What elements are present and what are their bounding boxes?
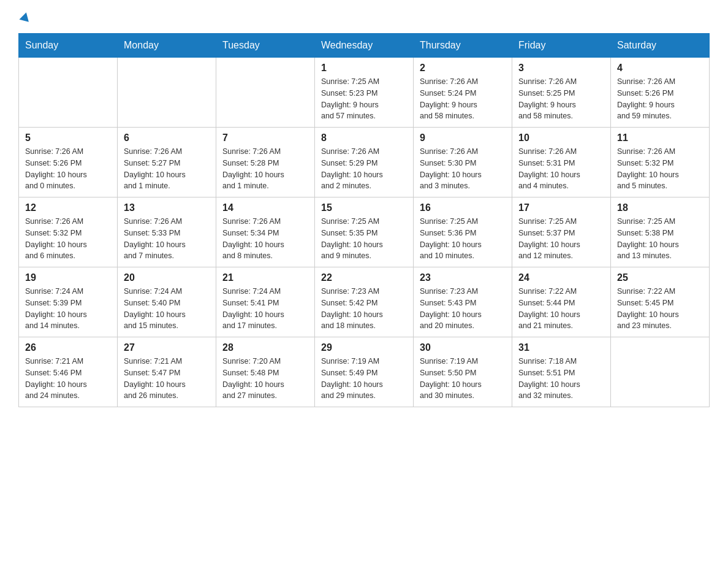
day-number: 7 bbox=[222, 132, 308, 144]
day-info: Sunrise: 7:26 AM Sunset: 5:28 PM Dayligh… bbox=[222, 146, 308, 192]
calendar-cell: 27Sunrise: 7:21 AM Sunset: 5:47 PM Dayli… bbox=[118, 337, 216, 407]
day-number: 18 bbox=[617, 202, 703, 213]
calendar-cell: 14Sunrise: 7:26 AM Sunset: 5:34 PM Dayli… bbox=[216, 197, 315, 267]
day-number: 14 bbox=[222, 202, 308, 213]
day-info: Sunrise: 7:19 AM Sunset: 5:49 PM Dayligh… bbox=[321, 356, 407, 402]
calendar-cell: 18Sunrise: 7:25 AM Sunset: 5:38 PM Dayli… bbox=[611, 197, 710, 267]
day-info: Sunrise: 7:24 AM Sunset: 5:40 PM Dayligh… bbox=[124, 286, 210, 332]
day-of-week-header: Friday bbox=[512, 34, 611, 58]
day-info: Sunrise: 7:18 AM Sunset: 5:51 PM Dayligh… bbox=[518, 356, 604, 402]
calendar-week-row: 26Sunrise: 7:21 AM Sunset: 5:46 PM Dayli… bbox=[19, 337, 710, 407]
calendar-cell: 7Sunrise: 7:26 AM Sunset: 5:28 PM Daylig… bbox=[216, 128, 315, 197]
calendar-cell: 8Sunrise: 7:26 AM Sunset: 5:29 PM Daylig… bbox=[315, 128, 414, 197]
day-number: 25 bbox=[617, 272, 703, 283]
day-number: 20 bbox=[124, 272, 210, 283]
day-number: 28 bbox=[222, 342, 308, 353]
day-number: 16 bbox=[420, 202, 506, 213]
calendar-cell: 6Sunrise: 7:26 AM Sunset: 5:27 PM Daylig… bbox=[118, 128, 216, 197]
day-info: Sunrise: 7:26 AM Sunset: 5:30 PM Dayligh… bbox=[420, 146, 506, 192]
day-number: 29 bbox=[321, 342, 407, 353]
calendar-cell bbox=[19, 58, 118, 128]
calendar-cell bbox=[611, 337, 710, 407]
calendar-cell: 12Sunrise: 7:26 AM Sunset: 5:32 PM Dayli… bbox=[19, 197, 118, 267]
day-number: 17 bbox=[518, 202, 604, 213]
day-info: Sunrise: 7:23 AM Sunset: 5:43 PM Dayligh… bbox=[420, 286, 506, 332]
day-number: 12 bbox=[25, 202, 111, 213]
calendar-cell bbox=[216, 58, 315, 128]
day-info: Sunrise: 7:26 AM Sunset: 5:24 PM Dayligh… bbox=[420, 76, 506, 122]
calendar-cell: 22Sunrise: 7:23 AM Sunset: 5:42 PM Dayli… bbox=[315, 267, 414, 337]
calendar-week-row: 5Sunrise: 7:26 AM Sunset: 5:26 PM Daylig… bbox=[19, 128, 710, 197]
day-info: Sunrise: 7:21 AM Sunset: 5:46 PM Dayligh… bbox=[25, 356, 111, 402]
day-number: 6 bbox=[124, 132, 210, 144]
day-number: 15 bbox=[321, 202, 407, 213]
day-number: 13 bbox=[124, 202, 210, 213]
day-number: 26 bbox=[25, 342, 111, 353]
calendar-cell: 23Sunrise: 7:23 AM Sunset: 5:43 PM Dayli… bbox=[414, 267, 512, 337]
day-number: 30 bbox=[420, 342, 506, 353]
day-number: 10 bbox=[518, 132, 604, 144]
calendar-cell: 4Sunrise: 7:26 AM Sunset: 5:26 PM Daylig… bbox=[611, 58, 710, 128]
page-header bbox=[18, 12, 710, 21]
logo bbox=[18, 12, 30, 21]
day-info: Sunrise: 7:22 AM Sunset: 5:44 PM Dayligh… bbox=[518, 286, 604, 332]
day-info: Sunrise: 7:20 AM Sunset: 5:48 PM Dayligh… bbox=[222, 356, 308, 402]
day-of-week-header: Tuesday bbox=[216, 34, 315, 58]
day-info: Sunrise: 7:25 AM Sunset: 5:23 PM Dayligh… bbox=[321, 76, 407, 122]
day-info: Sunrise: 7:24 AM Sunset: 5:39 PM Dayligh… bbox=[25, 286, 111, 332]
calendar-cell: 3Sunrise: 7:26 AM Sunset: 5:25 PM Daylig… bbox=[512, 58, 611, 128]
calendar-cell: 25Sunrise: 7:22 AM Sunset: 5:45 PM Dayli… bbox=[611, 267, 710, 337]
day-number: 24 bbox=[518, 272, 604, 283]
calendar-cell: 15Sunrise: 7:25 AM Sunset: 5:35 PM Dayli… bbox=[315, 197, 414, 267]
calendar-cell: 1Sunrise: 7:25 AM Sunset: 5:23 PM Daylig… bbox=[315, 58, 414, 128]
day-of-week-header: Wednesday bbox=[315, 34, 414, 58]
day-number: 21 bbox=[222, 272, 308, 283]
calendar-cell: 16Sunrise: 7:25 AM Sunset: 5:36 PM Dayli… bbox=[414, 197, 512, 267]
day-number: 22 bbox=[321, 272, 407, 283]
calendar-week-row: 12Sunrise: 7:26 AM Sunset: 5:32 PM Dayli… bbox=[19, 197, 710, 267]
calendar-cell: 2Sunrise: 7:26 AM Sunset: 5:24 PM Daylig… bbox=[414, 58, 512, 128]
day-info: Sunrise: 7:26 AM Sunset: 5:33 PM Dayligh… bbox=[124, 216, 210, 262]
calendar-week-row: 1Sunrise: 7:25 AM Sunset: 5:23 PM Daylig… bbox=[19, 58, 710, 128]
calendar-cell: 24Sunrise: 7:22 AM Sunset: 5:44 PM Dayli… bbox=[512, 267, 611, 337]
day-number: 31 bbox=[518, 342, 604, 353]
day-info: Sunrise: 7:25 AM Sunset: 5:37 PM Dayligh… bbox=[518, 216, 604, 262]
day-of-week-header: Sunday bbox=[19, 34, 118, 58]
day-number: 5 bbox=[25, 132, 111, 144]
day-number: 3 bbox=[518, 63, 604, 74]
calendar-week-row: 19Sunrise: 7:24 AM Sunset: 5:39 PM Dayli… bbox=[19, 267, 710, 337]
day-info: Sunrise: 7:26 AM Sunset: 5:34 PM Dayligh… bbox=[222, 216, 308, 262]
day-info: Sunrise: 7:26 AM Sunset: 5:32 PM Dayligh… bbox=[25, 216, 111, 262]
day-info: Sunrise: 7:26 AM Sunset: 5:26 PM Dayligh… bbox=[617, 76, 703, 122]
calendar-table: SundayMondayTuesdayWednesdayThursdayFrid… bbox=[18, 33, 710, 407]
day-number: 27 bbox=[124, 342, 210, 353]
calendar-cell: 26Sunrise: 7:21 AM Sunset: 5:46 PM Dayli… bbox=[19, 337, 118, 407]
calendar-cell: 31Sunrise: 7:18 AM Sunset: 5:51 PM Dayli… bbox=[512, 337, 611, 407]
day-number: 4 bbox=[617, 63, 703, 74]
calendar-cell: 17Sunrise: 7:25 AM Sunset: 5:37 PM Dayli… bbox=[512, 197, 611, 267]
day-number: 9 bbox=[420, 132, 506, 144]
day-of-week-header: Monday bbox=[118, 34, 216, 58]
day-number: 23 bbox=[420, 272, 506, 283]
day-info: Sunrise: 7:26 AM Sunset: 5:25 PM Dayligh… bbox=[518, 76, 604, 122]
calendar-cell: 5Sunrise: 7:26 AM Sunset: 5:26 PM Daylig… bbox=[19, 128, 118, 197]
day-info: Sunrise: 7:21 AM Sunset: 5:47 PM Dayligh… bbox=[124, 356, 210, 402]
day-info: Sunrise: 7:26 AM Sunset: 5:26 PM Dayligh… bbox=[25, 146, 111, 192]
day-info: Sunrise: 7:26 AM Sunset: 5:31 PM Dayligh… bbox=[518, 146, 604, 192]
day-info: Sunrise: 7:25 AM Sunset: 5:35 PM Dayligh… bbox=[321, 216, 407, 262]
calendar-cell: 10Sunrise: 7:26 AM Sunset: 5:31 PM Dayli… bbox=[512, 128, 611, 197]
day-number: 1 bbox=[321, 63, 407, 74]
day-info: Sunrise: 7:24 AM Sunset: 5:41 PM Dayligh… bbox=[222, 286, 308, 332]
calendar-cell: 9Sunrise: 7:26 AM Sunset: 5:30 PM Daylig… bbox=[414, 128, 512, 197]
calendar-cell: 11Sunrise: 7:26 AM Sunset: 5:32 PM Dayli… bbox=[611, 128, 710, 197]
calendar-cell: 19Sunrise: 7:24 AM Sunset: 5:39 PM Dayli… bbox=[19, 267, 118, 337]
day-info: Sunrise: 7:19 AM Sunset: 5:50 PM Dayligh… bbox=[420, 356, 506, 402]
calendar-cell: 29Sunrise: 7:19 AM Sunset: 5:49 PM Dayli… bbox=[315, 337, 414, 407]
day-number: 11 bbox=[617, 132, 703, 144]
day-number: 2 bbox=[420, 63, 506, 74]
day-info: Sunrise: 7:26 AM Sunset: 5:32 PM Dayligh… bbox=[617, 146, 703, 192]
day-of-week-header: Thursday bbox=[414, 34, 512, 58]
day-info: Sunrise: 7:22 AM Sunset: 5:45 PM Dayligh… bbox=[617, 286, 703, 332]
day-number: 19 bbox=[25, 272, 111, 283]
day-info: Sunrise: 7:25 AM Sunset: 5:38 PM Dayligh… bbox=[617, 216, 703, 262]
